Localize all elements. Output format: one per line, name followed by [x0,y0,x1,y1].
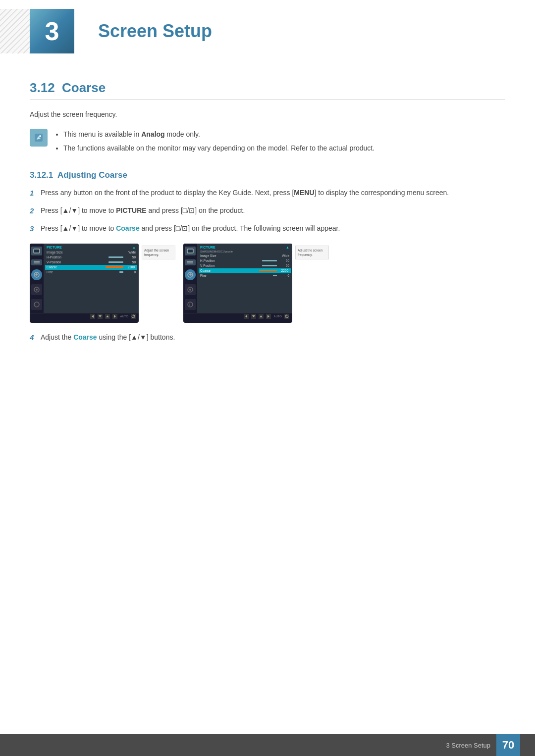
svg-rect-22 [187,262,193,263]
ctrl-power [131,314,136,319]
chapter-title: Screen Setup [98,21,212,42]
section-number: 3.12 [30,80,55,95]
coarse2-bar [259,270,277,271]
monitor2-item-hposition: H-Position 50 [200,258,289,263]
pencil-icon [33,132,44,143]
subsection-title: Adjusting Coarse [57,170,127,180]
ctrl2-right [266,314,271,319]
subsection-heading: 3.12.1 Adjusting Coarse [30,170,505,180]
step4-container: 4 Adjust the Coarse using the [▲/▼] butt… [30,332,505,344]
ctrl2-auto-label: AUTO [273,315,282,318]
monitor2-controls: AUTO [183,313,292,320]
diagonal-lines [0,9,30,53]
monitor1-tooltip: Adjust the screen frequency. [142,246,175,259]
monitor1-item-vposition: V-Position 50 [47,260,136,265]
step-2: 2 Press [▲/▼] to move to PICTURE and pre… [30,205,505,217]
monitor2-sub-header: SAMSUNGMAGICUpscale [200,250,289,253]
ctrl-down [98,314,103,319]
svg-point-11 [34,302,39,307]
svg-marker-31 [252,315,255,317]
step-num-2: 2 [30,205,41,217]
svg-point-1 [39,135,41,137]
svg-point-10 [36,289,38,291]
note-list: This menu is available in Analog mode on… [54,129,374,156]
svg-text:i: i [189,302,190,306]
sidebar-icon-4 [31,284,42,295]
step-num-1: 1 [30,187,41,199]
header-banner: 3 Screen Setup [0,0,535,62]
note-item-1: This menu is available in Analog mode on… [63,129,374,141]
monitor2-item-coarse: Coarse 2200 [199,268,291,273]
monitor1-controls: AUTO [30,313,139,320]
monitor2-wrapper: i PICTURE ▲ SAMSUNGMAGICUpscale Image Si… [183,244,329,323]
step-text-2: Press [▲/▼] to move to PICTURE and press… [41,205,505,216]
svg-marker-16 [114,315,116,318]
monitor1-header-label: PICTURE [47,246,62,249]
ctrl-right [112,314,117,319]
monitor2-screenshot: i PICTURE ▲ SAMSUNGMAGICUpscale Image Si… [183,244,292,323]
svg-marker-32 [260,315,263,317]
step-3: 3 Press [▲/▼] to move to Coarse and pres… [30,223,505,235]
ctrl-auto-label: AUTO [120,315,128,318]
ctrl2-power [284,314,289,319]
sidebar-icon-5: i [31,299,42,310]
step-num-3: 3 [30,223,41,235]
ctrl2-up [259,314,264,319]
svg-marker-15 [106,315,109,317]
monitor2-item-magicupscale: Image Size Wide [200,253,289,258]
step-text-1: Press any button on the front of the pro… [41,187,505,198]
vposition2-bar [262,265,277,266]
fine-bar [119,271,123,273]
ctrl-up [105,314,110,319]
monitor1-sidebar: i [30,244,44,313]
hposition-bar [108,256,123,258]
page-footer: 3 Screen Setup 70 [0,734,535,756]
monitor2-sidebar: i [183,244,197,313]
ctrl2-down [251,314,256,319]
svg-rect-21 [187,261,193,262]
svg-point-27 [189,289,191,291]
svg-rect-4 [34,261,40,262]
note-item-2: The functions available on the monitor m… [63,143,374,154]
sidebar-icon-2 [31,259,42,265]
footer-section-label: 3 Screen Setup [446,742,490,749]
step-4: 4 Adjust the Coarse using the [▲/▼] butt… [30,332,505,344]
monitor2-content: PICTURE ▲ SAMSUNGMAGICUpscale Image Size… [197,244,292,313]
hposition2-bar [262,260,277,261]
svg-marker-30 [245,315,247,318]
sidebar2-icon-1 [185,247,196,255]
svg-marker-13 [92,315,94,318]
monitor1-wrapper: i PICTURE ▲ Image Size Wide H-Positi [30,244,175,323]
sidebar2-icon-2 [185,259,196,265]
svg-rect-5 [34,262,40,263]
monitor1-screenshot: i PICTURE ▲ Image Size Wide H-Positi [30,244,139,323]
step-text-4: Adjust the Coarse using the [▲/▼] button… [41,332,505,343]
monitor1-item-coarse: Coarse 2200 [45,265,137,270]
intro-text: Adjust the screen frequency. [30,109,505,120]
step-text-3: Press [▲/▼] to move to Coarse and press … [41,223,505,234]
chapter-number-block: 3 [30,9,74,53]
monitor1-item-fine: Fine 0 [47,270,136,275]
monitor2-item-vposition: V-Position 50 [200,263,289,268]
sidebar2-icon-5: i [185,299,196,310]
note-box: This menu is available in Analog mode on… [30,129,505,156]
svg-rect-20 [188,250,193,252]
monitor1-item-hposition: H-Position 50 [47,255,136,260]
step-1: 1 Press any button on the front of the p… [30,187,505,199]
sidebar-icon-3 [31,269,42,280]
fine2-bar [273,275,277,276]
ctrl2-left [244,314,249,319]
coarse-bar [106,266,123,268]
monitor1-header: PICTURE ▲ [47,246,136,249]
footer-page-number: 70 [496,734,520,756]
monitor1-item-imagesize: Image Size Wide [47,250,136,255]
monitor1-header-arrow: ▲ [132,246,136,249]
vposition-bar [108,261,123,263]
svg-marker-14 [99,315,102,317]
note-icon [30,129,48,147]
monitor2-header: PICTURE ▲ [200,246,289,249]
svg-point-28 [188,302,193,307]
screenshots-row: i PICTURE ▲ Image Size Wide H-Positi [30,244,505,323]
svg-marker-33 [268,315,269,318]
section-heading: 3.12 Coarse [30,80,505,100]
